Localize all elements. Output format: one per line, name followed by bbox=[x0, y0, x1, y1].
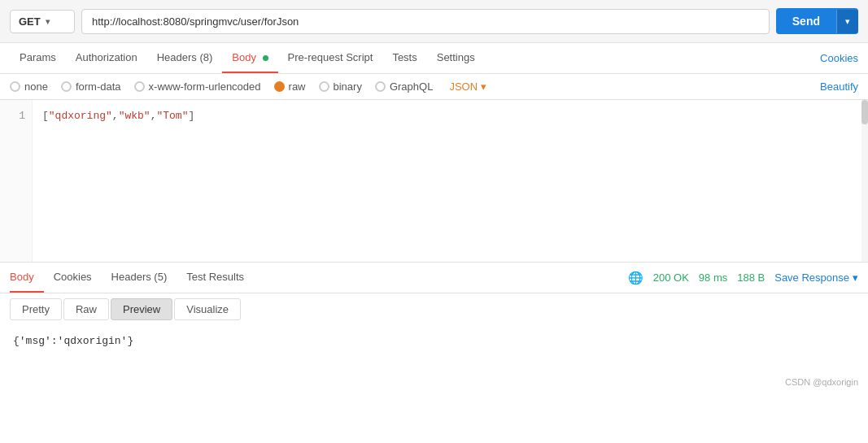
response-body-content: {'msg':'qdxorigin'} bbox=[13, 335, 133, 347]
tab-headers[interactable]: Headers (8) bbox=[147, 43, 223, 73]
url-bar: GET ▾ Send ▾ bbox=[0, 0, 868, 43]
body-type-form-data-label: form-data bbox=[76, 80, 121, 93]
response-section: Body Cookies Headers (5) Test Results 🌐 … bbox=[0, 263, 868, 392]
body-type-graphql-label: GraphQL bbox=[390, 80, 433, 93]
vertical-scrollbar[interactable] bbox=[861, 100, 868, 262]
code-content[interactable]: ["qdxoring","wkb","Tom"] bbox=[33, 100, 868, 262]
radio-graphql bbox=[375, 81, 386, 92]
response-subtabs: Pretty Raw Preview Visualize bbox=[0, 293, 868, 325]
radio-url-encoded bbox=[134, 81, 145, 92]
json-dropdown[interactable]: JSON ▾ bbox=[449, 80, 486, 93]
tab-headers-label: Headers bbox=[157, 51, 197, 63]
body-types-bar: none form-data x-www-form-urlencoded raw… bbox=[0, 74, 868, 100]
tab-headers-badge: (8) bbox=[199, 51, 212, 63]
body-type-url-encoded[interactable]: x-www-form-urlencoded bbox=[134, 80, 261, 93]
body-type-binary[interactable]: binary bbox=[319, 80, 362, 93]
tab-body-label: Body bbox=[232, 51, 256, 63]
response-time: 98 ms bbox=[699, 271, 727, 284]
method-label: GET bbox=[19, 15, 41, 28]
body-type-none-label: none bbox=[24, 80, 48, 93]
body-type-raw[interactable]: raw bbox=[274, 80, 306, 93]
save-response-label: Save Response bbox=[774, 271, 849, 284]
subtab-preview[interactable]: Preview bbox=[111, 298, 172, 320]
page-footer: CSDN @qdxorigin bbox=[0, 374, 868, 392]
tab-settings[interactable]: Settings bbox=[427, 43, 485, 73]
send-button[interactable]: Send bbox=[776, 8, 836, 34]
tab-body[interactable]: Body bbox=[222, 43, 277, 73]
tab-prerequest[interactable]: Pre-request Script bbox=[278, 43, 383, 73]
radio-raw bbox=[274, 81, 285, 92]
request-tabs-nav: Params Authorization Headers (8) Body Pr… bbox=[0, 43, 868, 74]
response-size: 188 B bbox=[737, 271, 765, 284]
subtab-pretty[interactable]: Pretty bbox=[10, 298, 62, 320]
radio-form-data bbox=[61, 81, 72, 92]
body-type-form-data[interactable]: form-data bbox=[61, 80, 121, 93]
line-numbers: 1 bbox=[0, 100, 33, 262]
method-select[interactable]: GET ▾ bbox=[10, 10, 75, 33]
subtab-visualize[interactable]: Visualize bbox=[174, 298, 241, 320]
body-type-url-encoded-label: x-www-form-urlencoded bbox=[149, 80, 261, 93]
tab-tests[interactable]: Tests bbox=[382, 43, 426, 73]
json-dropdown-label: JSON bbox=[449, 80, 478, 93]
globe-icon: 🌐 bbox=[628, 271, 643, 285]
response-tab-cookies[interactable]: Cookies bbox=[44, 263, 102, 293]
watermark-text: CSDN @qdxorigin bbox=[785, 377, 858, 387]
radio-none bbox=[10, 81, 20, 92]
response-tabs-nav: Body Cookies Headers (5) Test Results 🌐 … bbox=[0, 263, 868, 293]
save-response-chevron: ▾ bbox=[853, 271, 858, 284]
response-body: {'msg':'qdxorigin'} bbox=[0, 325, 868, 374]
code-editor: 1 ["qdxoring","wkb","Tom"] bbox=[0, 100, 868, 263]
tab-params[interactable]: Params bbox=[10, 43, 66, 73]
body-type-graphql[interactable]: GraphQL bbox=[375, 80, 433, 93]
scrollbar-thumb bbox=[861, 100, 868, 124]
body-type-binary-label: binary bbox=[334, 80, 362, 93]
save-response-button[interactable]: Save Response ▾ bbox=[774, 271, 858, 284]
response-meta: 🌐 200 OK 98 ms 188 B Save Response ▾ bbox=[628, 271, 858, 285]
response-tab-body[interactable]: Body bbox=[10, 263, 44, 293]
url-input[interactable] bbox=[81, 9, 770, 34]
response-tab-headers[interactable]: Headers (5) bbox=[102, 263, 177, 293]
line-number-1: 1 bbox=[7, 110, 25, 122]
subtab-raw[interactable]: Raw bbox=[63, 298, 109, 320]
json-dropdown-chevron: ▾ bbox=[481, 80, 486, 93]
radio-binary bbox=[319, 81, 329, 92]
send-dropdown-button[interactable]: ▾ bbox=[836, 10, 858, 33]
beautify-button[interactable]: Beautify bbox=[820, 80, 858, 93]
response-status: 200 OK bbox=[653, 271, 689, 284]
tab-body-dot bbox=[263, 55, 268, 61]
cookies-link[interactable]: Cookies bbox=[820, 44, 858, 72]
body-type-none[interactable]: none bbox=[10, 80, 48, 93]
body-type-raw-label: raw bbox=[289, 80, 306, 93]
send-button-group: Send ▾ bbox=[776, 8, 858, 34]
tab-authorization[interactable]: Authorization bbox=[66, 43, 147, 73]
response-tab-test-results[interactable]: Test Results bbox=[177, 263, 254, 293]
method-chevron: ▾ bbox=[46, 17, 50, 26]
